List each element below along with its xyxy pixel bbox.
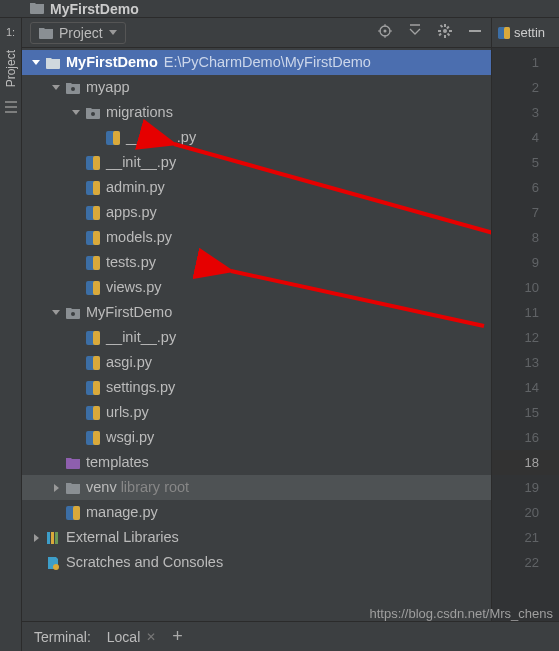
line-number[interactable]: 2 bbox=[492, 75, 559, 100]
tree-file-mig-init[interactable]: __init__.py bbox=[22, 125, 491, 150]
chevron-down-icon bbox=[52, 85, 60, 90]
svg-rect-29 bbox=[93, 381, 100, 395]
package-icon bbox=[84, 107, 102, 119]
line-number[interactable]: 21 bbox=[492, 525, 559, 550]
tree-file-manage[interactable]: manage.py bbox=[22, 500, 491, 525]
project-tab-label[interactable]: Project bbox=[4, 50, 18, 87]
panel-title: Project bbox=[59, 25, 103, 41]
line-number[interactable]: 1 bbox=[492, 50, 559, 75]
line-number[interactable]: 8 bbox=[492, 225, 559, 250]
svg-point-39 bbox=[53, 564, 59, 570]
tree-root[interactable]: MyFirstDemo E:\PyCharmDemo\MyFirstDemo bbox=[22, 50, 491, 75]
tree-file-wsgi[interactable]: wsgi.py bbox=[22, 425, 491, 450]
structure-icon[interactable] bbox=[3, 99, 19, 115]
line-number[interactable]: 20 bbox=[492, 500, 559, 525]
terminal-tab-label: Local bbox=[107, 629, 140, 645]
terminal-bar: Terminal: Local ✕ + bbox=[22, 621, 559, 651]
editor-tab[interactable]: settin bbox=[492, 18, 559, 48]
tree-file-urls[interactable]: urls.py bbox=[22, 400, 491, 425]
library-folder-icon bbox=[64, 482, 82, 494]
line-number[interactable]: 14 bbox=[492, 375, 559, 400]
line-number[interactable]: 11 bbox=[492, 300, 559, 325]
line-number[interactable]: 19 bbox=[492, 475, 559, 500]
tree-item-label: tests.py bbox=[106, 250, 156, 275]
watermark: https://blog.csdn.net/Mrs_chens bbox=[369, 606, 553, 621]
line-number[interactable]: 22 bbox=[492, 550, 559, 575]
editor-tab-label: settin bbox=[514, 25, 545, 40]
tree-folder-templates[interactable]: templates bbox=[22, 450, 491, 475]
tree-file-mfd-init[interactable]: __init__.py bbox=[22, 325, 491, 350]
view-selector[interactable]: Project bbox=[30, 22, 126, 44]
python-file-icon bbox=[84, 431, 102, 445]
tree-file-models[interactable]: models.py bbox=[22, 225, 491, 250]
close-icon[interactable]: ✕ bbox=[146, 630, 156, 644]
tree-folder-myapp[interactable]: myapp bbox=[22, 75, 491, 100]
svg-point-5 bbox=[443, 29, 447, 33]
tree-root-name: MyFirstDemo bbox=[66, 50, 158, 75]
svg-rect-25 bbox=[93, 331, 100, 345]
tree-item-label: manage.py bbox=[86, 500, 158, 525]
svg-rect-12 bbox=[93, 156, 100, 170]
svg-rect-18 bbox=[93, 231, 100, 245]
svg-rect-35 bbox=[73, 506, 80, 520]
line-number[interactable]: 3 bbox=[492, 100, 559, 125]
tree-file-settings[interactable]: settings.py bbox=[22, 375, 491, 400]
tree-file-asgi[interactable]: asgi.py bbox=[22, 350, 491, 375]
collapse-icon[interactable] bbox=[407, 23, 423, 43]
tree-file-admin[interactable]: admin.py bbox=[22, 175, 491, 200]
svg-rect-1 bbox=[5, 106, 17, 108]
python-file-icon bbox=[84, 206, 102, 220]
line-number[interactable]: 15 bbox=[492, 400, 559, 425]
target-icon[interactable] bbox=[377, 23, 393, 43]
tree-file-init[interactable]: __init__.py bbox=[22, 150, 491, 175]
svg-point-4 bbox=[384, 29, 387, 32]
svg-rect-0 bbox=[5, 101, 17, 103]
panel-header: Project bbox=[22, 18, 491, 48]
project-tree[interactable]: MyFirstDemo E:\PyCharmDemo\MyFirstDemo m… bbox=[22, 48, 491, 651]
tree-external-libraries[interactable]: External Libraries bbox=[22, 525, 491, 550]
tree-file-apps[interactable]: apps.py bbox=[22, 200, 491, 225]
line-number[interactable]: 18 bbox=[492, 450, 559, 475]
folder-icon bbox=[39, 27, 53, 39]
tree-root-path: E:\PyCharmDemo\MyFirstDemo bbox=[164, 50, 371, 75]
tree-file-tests[interactable]: tests.py bbox=[22, 250, 491, 275]
tree-folder-venv[interactable]: venv library root bbox=[22, 475, 491, 500]
python-file-icon bbox=[84, 281, 102, 295]
line-number[interactable]: 9 bbox=[492, 250, 559, 275]
tree-item-label: migrations bbox=[106, 100, 173, 125]
svg-rect-43 bbox=[504, 27, 510, 39]
line-number[interactable]: 16 bbox=[492, 425, 559, 450]
tree-item-label: admin.py bbox=[106, 175, 165, 200]
line-number[interactable]: 10 bbox=[492, 275, 559, 300]
scratches-icon bbox=[44, 556, 62, 570]
chevron-right-icon bbox=[34, 534, 39, 542]
tree-folder-migrations[interactable]: migrations bbox=[22, 100, 491, 125]
line-number[interactable]: 6 bbox=[492, 175, 559, 200]
line-number[interactable]: 5 bbox=[492, 150, 559, 175]
svg-rect-31 bbox=[93, 406, 100, 420]
python-file-icon bbox=[84, 356, 102, 370]
line-number[interactable]: 13 bbox=[492, 350, 559, 375]
tree-item-label: Scratches and Consoles bbox=[66, 550, 223, 575]
tree-item-label: models.py bbox=[106, 225, 172, 250]
tree-file-views[interactable]: views.py bbox=[22, 275, 491, 300]
svg-rect-6 bbox=[469, 30, 481, 32]
line-number[interactable]: 7 bbox=[492, 200, 559, 225]
minimize-icon[interactable] bbox=[467, 23, 483, 43]
tree-item-label: asgi.py bbox=[106, 350, 152, 375]
rail-number: 1: bbox=[6, 26, 15, 38]
add-terminal-button[interactable]: + bbox=[172, 626, 183, 647]
folder-icon bbox=[44, 57, 62, 69]
python-file-icon bbox=[84, 331, 102, 345]
tree-folder-myfirstdemo[interactable]: MyFirstDemo bbox=[22, 300, 491, 325]
package-icon bbox=[64, 307, 82, 319]
folder-icon bbox=[30, 0, 44, 18]
svg-rect-22 bbox=[93, 281, 100, 295]
gear-icon[interactable] bbox=[437, 23, 453, 43]
line-number[interactable]: 12 bbox=[492, 325, 559, 350]
svg-rect-27 bbox=[93, 356, 100, 370]
tree-scratches[interactable]: Scratches and Consoles bbox=[22, 550, 491, 575]
line-number[interactable]: 4 bbox=[492, 125, 559, 150]
terminal-tab[interactable]: Local ✕ bbox=[107, 629, 156, 645]
svg-rect-33 bbox=[93, 431, 100, 445]
